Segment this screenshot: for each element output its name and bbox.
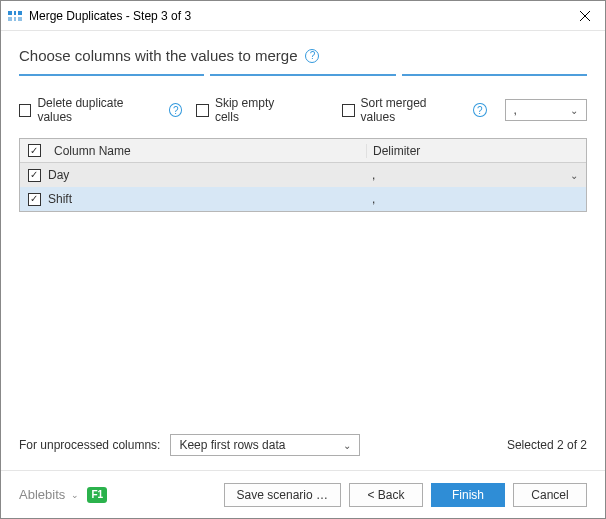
row-delimiter-cell[interactable]: , <box>366 192 586 206</box>
finish-button[interactable]: Finish <box>431 483 505 507</box>
unprocessed-label: For unprocessed columns: <box>19 438 160 452</box>
chevron-down-icon: ⌄ <box>71 490 79 500</box>
chevron-down-icon: ⌄ <box>566 105 582 116</box>
options-row: Delete duplicate values ? Skip empty cel… <box>19 96 587 124</box>
table-row[interactable]: Shift , <box>20 187 586 211</box>
row-delimiter-cell[interactable]: , ⌄ <box>366 168 586 182</box>
step-progress <box>19 74 587 76</box>
page-heading: Choose columns with the values to merge <box>19 47 297 64</box>
row-checkbox[interactable] <box>28 169 41 182</box>
checkbox-label: Sort merged values <box>361 96 460 124</box>
checkbox-box <box>28 144 41 157</box>
svg-rect-2 <box>12 11 14 21</box>
back-button[interactable]: < Back <box>349 483 423 507</box>
chevron-down-icon: ⌄ <box>339 440 355 451</box>
svg-rect-0 <box>8 11 22 15</box>
header-delimiter[interactable]: Delimiter <box>366 144 586 158</box>
dialog-body: Choose columns with the values to merge … <box>1 31 605 470</box>
step-seg <box>210 74 395 76</box>
checkbox-label: Delete duplicate values <box>37 96 155 124</box>
table-header: Column Name Delimiter <box>20 139 586 163</box>
header-column-name[interactable]: Column Name <box>48 144 366 158</box>
header-checkbox-cell <box>20 144 48 157</box>
row-checkbox-cell <box>20 169 48 182</box>
brand-label: Ablebits <box>19 487 65 502</box>
heading-row: Choose columns with the values to merge … <box>19 47 587 64</box>
table-row[interactable]: Day , ⌄ <box>20 163 586 187</box>
checkbox-label: Skip empty cells <box>215 96 297 124</box>
row-checkbox[interactable] <box>28 193 41 206</box>
row-delimiter-value: , <box>372 192 375 206</box>
titlebar: Merge Duplicates - Step 3 of 3 <box>1 1 605 31</box>
sort-merged-checkbox[interactable]: Sort merged values <box>342 96 459 124</box>
dialog-window: Merge Duplicates - Step 3 of 3 Choose co… <box>0 0 606 519</box>
combo-value: Keep first rows data <box>179 438 339 452</box>
window-title: Merge Duplicates - Step 3 of 3 <box>29 9 565 23</box>
select-all-checkbox[interactable] <box>28 144 41 157</box>
checkbox-box <box>28 169 41 182</box>
checkbox-box <box>19 104 31 117</box>
cancel-button[interactable]: Cancel <box>513 483 587 507</box>
help-icon[interactable]: ? <box>169 103 182 117</box>
footer: Ablebits ⌄ F1 Save scenario … < Back Fin… <box>1 470 605 518</box>
sort-delimiter-combo[interactable]: , ⌄ <box>505 99 587 121</box>
row-name: Day <box>48 168 366 182</box>
help-icon[interactable]: ? <box>473 103 486 117</box>
spacer <box>19 212 587 426</box>
close-button[interactable] <box>565 1 605 31</box>
unprocessed-combo[interactable]: Keep first rows data ⌄ <box>170 434 360 456</box>
checkbox-box <box>342 104 354 117</box>
row-name: Shift <box>48 192 366 206</box>
step-seg <box>19 74 204 76</box>
row-delimiter-value: , <box>372 168 375 182</box>
skip-empty-checkbox[interactable]: Skip empty cells <box>196 96 297 124</box>
columns-table: Column Name Delimiter Day , ⌄ <box>19 138 587 212</box>
help-icon[interactable]: ? <box>305 49 319 63</box>
checkbox-box <box>196 104 208 117</box>
delete-duplicates-checkbox[interactable]: Delete duplicate values <box>19 96 155 124</box>
checkbox-box <box>28 193 41 206</box>
selected-count: Selected 2 of 2 <box>507 438 587 452</box>
unprocessed-row: For unprocessed columns: Keep first rows… <box>19 434 587 456</box>
row-checkbox-cell <box>20 193 48 206</box>
app-icon <box>7 8 23 24</box>
svg-rect-3 <box>16 11 18 21</box>
brand-link[interactable]: Ablebits ⌄ <box>19 487 79 502</box>
combo-value: , <box>514 103 566 117</box>
svg-rect-1 <box>8 17 22 21</box>
save-scenario-button[interactable]: Save scenario … <box>224 483 341 507</box>
chevron-down-icon: ⌄ <box>570 170 578 181</box>
f1-help-button[interactable]: F1 <box>87 487 107 503</box>
step-seg <box>402 74 587 76</box>
